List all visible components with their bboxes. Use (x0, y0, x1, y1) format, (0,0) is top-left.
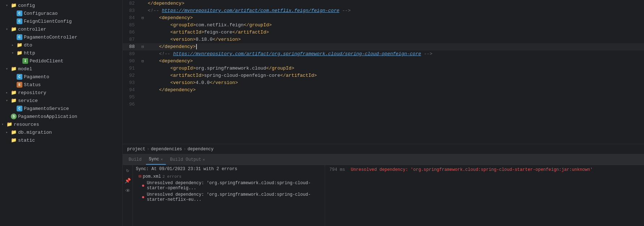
sidebar-item-resources[interactable]: 📁 resources (0, 120, 122, 128)
ms-label: 794 ms (329, 167, 345, 172)
sidebar-item-feignclientconfig[interactable]: C FeignClientConfig (0, 17, 122, 25)
sidebar-item-pagamento[interactable]: C Pagamento (0, 73, 122, 81)
sidebar-item-static[interactable]: 📁 static (0, 136, 122, 144)
sidebar-item-label: PagamentosApplication (18, 114, 77, 119)
line-content: <artifactId>spring-cloud-openfeign-core<… (146, 72, 644, 79)
sidebar-item-label: service (18, 98, 38, 103)
pom-label: pom.xml (143, 174, 161, 179)
line-number: 91 (123, 65, 139, 72)
sidebar-item-pagamentocontroller[interactable]: C PagamentoController (0, 33, 122, 41)
class-icon: C (17, 34, 22, 40)
bottom-panel: Build Sync ✕ Build Output ✕ ↻ (123, 154, 644, 226)
sidebar-item-pagamentosapplication[interactable]: S PagamentosApplication (0, 112, 122, 120)
tab-build-output-close[interactable]: ✕ (203, 158, 205, 162)
pom-header[interactable]: ⊟ pom.xml 2 errors (133, 173, 325, 180)
breadcrumb-dependencies[interactable]: dependencies (151, 147, 182, 152)
code-line-94: 94 </dependency> (123, 87, 644, 94)
sidebar-item-pedidoclient[interactable]: I PedidoClient (0, 57, 122, 65)
line-number: 88 (123, 43, 139, 50)
breadcrumb-project[interactable]: project (127, 147, 145, 152)
line-content (146, 101, 644, 108)
sidebar-item-http[interactable]: 📁 http (0, 49, 122, 57)
sidebar-item-model[interactable]: 📁 model (0, 65, 122, 73)
sidebar-item-label: Status (24, 82, 41, 88)
sidebar-item-status[interactable]: E Status (0, 81, 122, 89)
folder-icon: 📁 (11, 129, 17, 135)
tab-sync-label: Sync (149, 157, 159, 162)
line-content: <!-- https://mvnrepository.com/artifact/… (146, 50, 644, 58)
line-gutter: ⊟ (139, 58, 146, 65)
line-number: 93 (123, 79, 139, 87)
line-number: 87 (123, 36, 139, 43)
line-content: <version>4.0.0</version> (146, 79, 644, 87)
folder-icon: 📁 (11, 90, 17, 96)
pin-button[interactable]: 📌 (124, 177, 131, 185)
error-text: Unresolved dependency: 'org.springframew… (147, 192, 322, 202)
error-item-2[interactable]: ● Unresolved dependency: 'org.springfram… (133, 191, 325, 203)
code-line-88: 88 ⊟ </dependency> (123, 43, 644, 50)
sidebar-item-configuracao[interactable]: C Configuracao (0, 9, 122, 17)
class-icon: C (17, 18, 22, 24)
refresh-button[interactable]: ↻ (125, 167, 130, 174)
line-number: 90 (123, 58, 139, 65)
bottom-left-panel: ↻ 📌 👁 Sync: At 09/01/2023 23:31 with 2 e… (123, 165, 325, 226)
breadcrumb-dependency[interactable]: dependency (187, 147, 213, 152)
sidebar-item-dbmigration[interactable]: 📁 db.migration (0, 128, 122, 136)
line-content: <artifactId>feign-core</artifactId> (146, 29, 644, 36)
folder-icon: 📁 (17, 50, 22, 56)
sidebar-item-repository[interactable]: 📁 repository (0, 89, 122, 97)
error-icon: ● (142, 194, 144, 200)
sidebar-item-label: model (18, 66, 32, 72)
folder-icon: 📁 (11, 137, 17, 143)
tab-build-output-label: Build Output (170, 157, 201, 162)
error-panel: 794 ms Unresolved dependency: 'org.sprin… (325, 165, 644, 226)
line-gutter (139, 0, 146, 7)
folder-icon: 📁 (17, 42, 22, 48)
line-gutter (139, 65, 146, 72)
sidebar-item-label: http (24, 50, 35, 56)
line-gutter (139, 79, 146, 87)
error-item-1[interactable]: ● Unresolved dependency: 'org.springfram… (133, 180, 325, 191)
code-line-84: 84 ⊟ <dependency> (123, 14, 644, 22)
chevron-icon (6, 27, 10, 31)
tab-build-label: Build (129, 157, 142, 162)
sidebar-item-label: FeignClientConfig (24, 19, 72, 24)
sidebar-item-config[interactable]: 📁 config (0, 1, 122, 9)
line-content: </dependency> (146, 0, 644, 7)
code-line-92: 92 <artifactId>spring-cloud-openfeign-co… (123, 72, 644, 79)
sidebar-item-label: PagamentoService (24, 106, 69, 111)
tab-build[interactable]: Build (126, 154, 144, 165)
code-line-86: 86 <artifactId>feign-core</artifactId> (123, 29, 644, 36)
sidebar-item-dto[interactable]: 📁 dto (0, 41, 122, 49)
chevron-icon (6, 130, 10, 134)
folder-icon: 📁 (11, 98, 17, 103)
line-gutter (139, 7, 146, 14)
line-gutter (139, 87, 146, 94)
file-tree: 📁 config C Configuracao C FeignClientCon… (0, 0, 123, 226)
line-content: <groupId>org.springframework.cloud</grou… (146, 65, 644, 72)
sidebar-item-controller[interactable]: 📁 controller (0, 25, 122, 33)
error-message: Unresolved dependency: 'org.springframew… (351, 167, 593, 172)
tab-sync[interactable]: Sync ✕ (146, 154, 166, 165)
tab-sync-close[interactable]: ✕ (161, 157, 163, 161)
sidebar-item-label: db.migration (18, 130, 52, 135)
tab-build-output[interactable]: Build Output ✕ (167, 154, 208, 165)
line-number: 92 (123, 72, 139, 79)
class-icon: C (17, 10, 22, 16)
code-line-93: 93 <version>4.0.0</version> (123, 79, 644, 87)
sidebar-item-pagamentoservice[interactable]: C PagamentoService (0, 105, 122, 112)
code-editor[interactable]: 82 </dependency> 83 <!-- https://mvnrepo… (123, 0, 644, 144)
code-line-91: 91 <groupId>org.springframework.cloud</g… (123, 65, 644, 72)
sidebar-item-service[interactable]: 📁 service (0, 97, 122, 105)
eye-button[interactable]: 👁 (125, 187, 131, 195)
sidebar-item-label: repository (18, 90, 46, 96)
breadcrumb-sep: › (147, 147, 149, 152)
line-number: 85 (123, 22, 139, 29)
line-gutter (139, 36, 146, 43)
sidebar-item-label: static (18, 138, 35, 143)
sync-header: Sync: At 09/01/2023 23:31 with 2 errors (133, 165, 325, 173)
class-icon: C (17, 74, 22, 80)
line-number: 84 (123, 14, 139, 22)
sync-text: Sync: At 09/01/2023 23:31 with 2 errors (136, 167, 237, 172)
sidebar-item-label: config (18, 3, 35, 8)
